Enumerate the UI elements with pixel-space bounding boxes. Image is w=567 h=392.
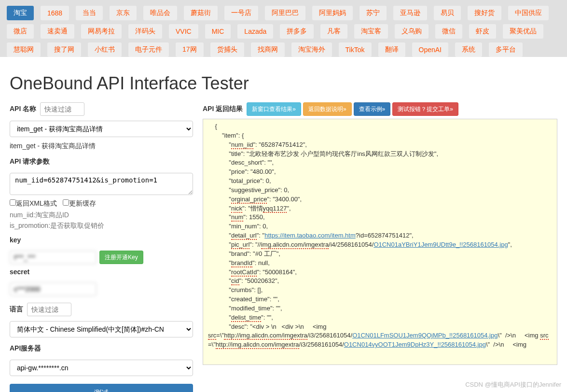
platform-tab-26[interactable]: 虾皮 bbox=[469, 24, 496, 39]
secret-input[interactable] bbox=[10, 282, 97, 296]
platform-tab-25[interactable]: 微信 bbox=[435, 24, 462, 39]
main-area: API 名称 item_get - 获得淘宝商品详情 item_get - 获得… bbox=[0, 102, 567, 392]
platform-tab-18[interactable]: VVIC bbox=[169, 24, 198, 39]
result-label: API 返回结果 bbox=[203, 105, 243, 113]
platform-tab-19[interactable]: MIC bbox=[205, 24, 231, 39]
platform-tab-35[interactable]: 淘宝海外 bbox=[291, 42, 332, 57]
lang-filter[interactable] bbox=[27, 303, 71, 316]
secret-label: secret bbox=[10, 268, 29, 276]
platform-tab-10[interactable]: 亚马逊 bbox=[393, 6, 427, 20]
platform-tab-23[interactable]: 淘宝客 bbox=[354, 24, 388, 39]
params-help-2: is_promotion:是否获取取促销价 bbox=[10, 222, 193, 230]
platform-tab-7[interactable]: 阿里巴巴 bbox=[265, 6, 305, 20]
platform-tab-6[interactable]: 一号店 bbox=[224, 6, 258, 20]
page-title: OneBound API Interface Tester bbox=[0, 63, 567, 102]
platform-tab-17[interactable]: 洋码头 bbox=[128, 24, 162, 39]
xml-checkbox-label[interactable]: 返回XML格式 bbox=[10, 199, 57, 207]
platform-tab-2[interactable]: 当当 bbox=[76, 6, 103, 20]
platform-tab-27[interactable]: 聚美优品 bbox=[503, 24, 543, 39]
result-panel: API 返回结果 新窗口查看结果» 返回数据说明» 查看示例» 测试报错？提交工… bbox=[203, 102, 557, 392]
data-desc-button[interactable]: 返回数据说明» bbox=[303, 102, 352, 116]
platform-tab-12[interactable]: 搜好货 bbox=[468, 6, 501, 20]
api-name-label: API 名称 bbox=[10, 105, 36, 113]
form-panel: API 名称 item_get - 获得淘宝商品详情 item_get - 获得… bbox=[10, 102, 193, 392]
key-input[interactable] bbox=[10, 251, 97, 264]
xml-checkbox[interactable] bbox=[10, 199, 16, 206]
server-select[interactable]: api-gw.********.cn bbox=[10, 360, 193, 376]
api-name-filter[interactable] bbox=[40, 102, 84, 116]
platform-tab-33[interactable]: 货捕头 bbox=[210, 42, 244, 57]
report-button[interactable]: 测试报错？提交工单» bbox=[392, 102, 458, 116]
platform-tab-24[interactable]: 义乌购 bbox=[395, 24, 429, 39]
platform-tab-4[interactable]: 唯品会 bbox=[143, 6, 177, 20]
platform-tab-14[interactable]: 微店 bbox=[7, 24, 34, 39]
api-name-select[interactable]: item_get - 获得淘宝商品详情 bbox=[10, 121, 193, 137]
key-label: key bbox=[10, 236, 21, 244]
cache-checkbox-label[interactable]: 更新缓存 bbox=[63, 199, 96, 207]
platform-tab-16[interactable]: 网易考拉 bbox=[81, 24, 122, 39]
register-key-button[interactable]: 注册开通Key bbox=[99, 251, 143, 264]
test-button[interactable]: 测试 bbox=[10, 384, 193, 392]
platform-tabs: 淘宝1688当当京东唯品会蘑菇街一号店阿里巴巴阿里妈妈苏宁亚马逊易贝搜好货中国供… bbox=[0, 0, 567, 57]
platform-tab-20[interactable]: Lazada bbox=[237, 24, 273, 39]
platform-tab-40[interactable]: 多平台 bbox=[489, 42, 523, 57]
platform-tab-21[interactable]: 拼多多 bbox=[280, 24, 314, 39]
lang-label: 语言 bbox=[10, 305, 23, 314]
example-button[interactable]: 查看示例» bbox=[354, 102, 391, 116]
platform-tab-15[interactable]: 速卖通 bbox=[41, 24, 74, 39]
platform-tab-29[interactable]: 搜了网 bbox=[47, 42, 81, 57]
platform-tab-34[interactable]: 找商网 bbox=[251, 42, 285, 57]
platform-tab-1[interactable]: 1688 bbox=[41, 6, 69, 20]
platform-tab-36[interactable]: TikTok bbox=[339, 42, 372, 57]
platform-tab-38[interactable]: OpenAI bbox=[412, 42, 448, 57]
platform-tab-32[interactable]: 17网 bbox=[176, 42, 204, 57]
new-window-button[interactable]: 新窗口查看结果» bbox=[247, 102, 301, 116]
platform-tab-28[interactable]: 慧聪网 bbox=[7, 42, 41, 57]
platform-tab-5[interactable]: 蘑菇街 bbox=[184, 6, 218, 20]
platform-tab-3[interactable]: 京东 bbox=[110, 6, 137, 20]
api-name-desc: item_get - 获得淘宝商品详情 bbox=[10, 142, 193, 151]
platform-tab-39[interactable]: 系统 bbox=[455, 42, 482, 57]
cache-checkbox[interactable] bbox=[63, 199, 69, 206]
platform-tab-13[interactable]: 中国供应 bbox=[508, 6, 549, 20]
platform-tab-31[interactable]: 电子元件 bbox=[128, 42, 169, 57]
platform-tab-0[interactable]: 淘宝 bbox=[7, 6, 34, 20]
platform-tab-11[interactable]: 易贝 bbox=[434, 6, 461, 20]
platform-tab-8[interactable]: 阿里妈妈 bbox=[312, 6, 353, 20]
result-body[interactable]: { "item": { "num_iid": "652874751412", "… bbox=[203, 119, 557, 365]
platform-tab-37[interactable]: 翻译 bbox=[378, 42, 405, 57]
platform-tab-9[interactable]: 苏宁 bbox=[360, 6, 387, 20]
platform-tab-30[interactable]: 小红书 bbox=[88, 42, 122, 57]
server-label: API服务器 bbox=[10, 344, 41, 353]
params-label: API 请求参数 bbox=[10, 157, 50, 166]
params-input[interactable] bbox=[10, 173, 193, 195]
lang-select[interactable]: 简体中文 - Chinese Simplified(中文[简体])#zh-CN bbox=[10, 321, 193, 337]
params-help-1: num_iid:淘宝商品ID bbox=[10, 211, 193, 220]
platform-tab-22[interactable]: 凡客 bbox=[320, 24, 347, 39]
